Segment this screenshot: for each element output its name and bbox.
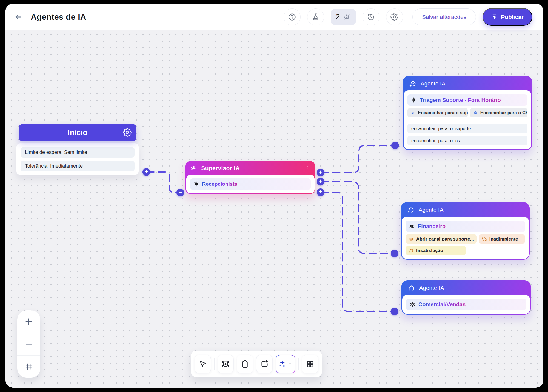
- agent-tags-row: Abrir canal para suporte... Inadimplente: [406, 234, 525, 244]
- page-title: Agentes de IA: [31, 12, 86, 22]
- save-button[interactable]: Salvar alterações: [412, 8, 476, 25]
- zoom-in-button[interactable]: [17, 310, 40, 333]
- topbar-actions: 2 Salvar alterações Publicar: [284, 8, 532, 26]
- back-button[interactable]: [13, 12, 24, 22]
- agent-action-pill[interactable]: Encaminhar para o supo...: [407, 108, 468, 117]
- edge-supervisor-financeiro: [321, 182, 392, 253]
- agent-name-row[interactable]: Comercial/Vendas: [406, 299, 526, 310]
- agent-headset-icon: [407, 284, 415, 292]
- add-frame-icon: [260, 360, 269, 368]
- zoom-controls: [17, 310, 40, 378]
- clipboard-button[interactable]: [237, 355, 253, 373]
- remove-connection-badge[interactable]: −: [176, 189, 184, 196]
- agent-actions-row: Encaminhar para o supo... Encaminhar par…: [407, 108, 527, 117]
- help-icon: [288, 13, 296, 21]
- history-button[interactable]: [363, 8, 379, 25]
- remove-connection-badge[interactable]: −: [391, 142, 399, 149]
- app-window: Agentes de IA 2 Salvar alterações Public…: [5, 4, 543, 388]
- agent-name: Financeiro: [418, 223, 446, 230]
- robot-icon: [473, 110, 478, 116]
- zoom-out-button[interactable]: [17, 333, 40, 355]
- gear-icon: [390, 13, 398, 21]
- headset-icon: [408, 248, 414, 253]
- grid-icon: [306, 360, 314, 368]
- agent-name-row[interactable]: Financeiro: [406, 221, 525, 232]
- supervisor-icon: [191, 165, 198, 172]
- agent-function-row[interactable]: encaminhar_para_o_cs: [407, 136, 527, 145]
- agent-header-label: Agente IA: [419, 285, 444, 291]
- node-inicio[interactable]: Início Limite de espera: Sem limite Tole…: [16, 124, 139, 175]
- layout-grid-button[interactable]: [302, 355, 318, 373]
- help-button[interactable]: [284, 8, 301, 25]
- flow-canvas[interactable]: + − + + + − − − Início Limite de espera:…: [5, 30, 543, 388]
- robot-icon: [410, 110, 416, 116]
- agent-header[interactable]: Agente IA: [402, 203, 529, 217]
- agent-name: Triagem Suporte - Fora Horário: [420, 97, 501, 103]
- kebab-menu-icon[interactable]: [304, 165, 310, 171]
- agent-header[interactable]: Agente IA: [402, 281, 530, 295]
- edge-inicio-supervisor: [147, 172, 178, 193]
- openai-icon: [409, 301, 415, 307]
- channels-icon: [408, 236, 414, 242]
- agent-tag[interactable]: Insatisfação: [406, 246, 466, 255]
- agent-action-label: Encaminhar para o supo...: [418, 110, 468, 115]
- add-connection-badge[interactable]: +: [317, 169, 324, 176]
- settings-button[interactable]: [386, 8, 403, 25]
- node-agent-financeiro[interactable]: Agente IA Financeiro Abrir canal para su…: [401, 202, 530, 260]
- agent-function-row[interactable]: encaminhar_para_o_suporte: [407, 124, 527, 133]
- history-icon: [367, 13, 375, 21]
- agent-body: Comercial/Vendas: [402, 295, 530, 314]
- tag-icon: [482, 236, 487, 242]
- node-supervisor[interactable]: Supervisor IA Recepcionista: [185, 161, 315, 194]
- canvas-toolbar: [191, 351, 322, 377]
- openai-icon: [193, 181, 199, 187]
- ai-assistant-button[interactable]: [276, 355, 295, 373]
- openai-icon: [409, 223, 415, 229]
- node-supervisor-header[interactable]: Supervisor IA: [186, 162, 315, 175]
- agent-name-row[interactable]: Triagem Suporte - Fora Horário: [407, 94, 527, 106]
- agent-counter-badge[interactable]: 2: [331, 9, 356, 25]
- agent-tag-label: Insatisfação: [416, 248, 443, 253]
- frame-select-button[interactable]: [218, 355, 234, 373]
- agent-name: Comercial/Vendas: [418, 301, 466, 308]
- fit-view-button[interactable]: [17, 355, 40, 378]
- publish-label: Publicar: [501, 14, 524, 20]
- add-connection-badge[interactable]: +: [317, 178, 324, 185]
- chevron-down-icon: [288, 362, 293, 366]
- agent-header-label: Agente IA: [419, 207, 444, 213]
- agent-body: Triagem Suporte - Fora Horário Encaminha…: [404, 90, 531, 149]
- remove-connection-badge[interactable]: −: [391, 250, 398, 257]
- add-node-button[interactable]: [256, 355, 273, 373]
- agent-headset-icon: [409, 79, 417, 88]
- openai-icon: [411, 97, 417, 103]
- publish-button[interactable]: Publicar: [483, 8, 532, 26]
- add-connection-badge[interactable]: +: [317, 188, 324, 196]
- agent-tag[interactable]: Inadimplente: [479, 234, 525, 244]
- minus-icon: [24, 340, 33, 348]
- upload-icon: [491, 14, 498, 20]
- add-connection-badge[interactable]: +: [142, 168, 150, 176]
- node-supervisor-body: Recepcionista: [186, 175, 315, 193]
- select-tool-button[interactable]: [195, 355, 211, 373]
- agent-header[interactable]: Agente IA: [404, 77, 531, 90]
- agent-body: Financeiro Abrir canal para suporte... I…: [402, 217, 529, 259]
- divider: [408, 121, 527, 121]
- robot-off-icon: [342, 13, 351, 21]
- supervisor-agent-row[interactable]: Recepcionista: [190, 178, 311, 190]
- node-inicio-header[interactable]: Início: [19, 124, 136, 141]
- remove-connection-badge[interactable]: −: [391, 308, 398, 315]
- inicio-wait-limit-row: Limite de espera: Sem limite: [21, 147, 135, 158]
- node-supervisor-title: Supervisor IA: [201, 165, 240, 171]
- node-agent-triagem[interactable]: Agente IA Triagem Suporte - Fora Horário…: [403, 76, 532, 150]
- agent-header-label: Agente IA: [421, 81, 446, 87]
- agent-action-pill[interactable]: Encaminhar para o CS: [470, 108, 527, 117]
- agent-tag[interactable]: Abrir canal para suporte...: [406, 234, 477, 244]
- frame-plus-icon: [221, 360, 230, 368]
- fit-frame-icon: [25, 362, 33, 371]
- node-agent-comercial[interactable]: Agente IA Comercial/Vendas: [401, 280, 531, 315]
- plus-icon: [24, 317, 33, 326]
- flask-icon: [312, 13, 320, 21]
- test-button[interactable]: [307, 8, 324, 25]
- gear-icon[interactable]: [123, 128, 132, 138]
- agent-tags-row: Insatisfação: [406, 246, 525, 255]
